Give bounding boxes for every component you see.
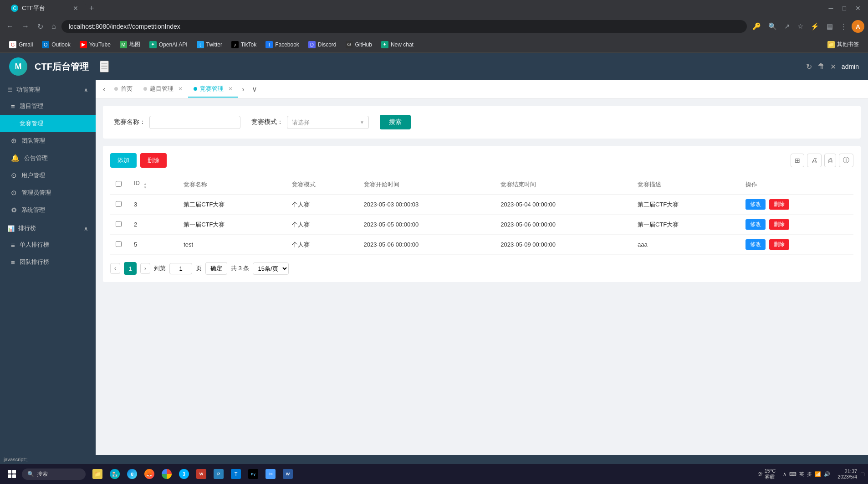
- minimize-button[interactable]: ─: [825, 3, 837, 14]
- extensions-icon[interactable]: ⚡: [808, 21, 822, 32]
- header-refresh-icon[interactable]: ↻: [806, 62, 812, 71]
- bookmark-openai[interactable]: ✦ OpenAI API: [146, 39, 191, 50]
- sidebar-item-user[interactable]: ⊙ 用户管理: [0, 167, 96, 184]
- taskbar-app-360[interactable]: 3: [176, 466, 192, 482]
- search-name-input[interactable]: [149, 116, 240, 129]
- bookmark-facebook[interactable]: f Facebook: [262, 39, 303, 50]
- row3-edit-button[interactable]: 修改: [745, 239, 766, 250]
- taskbar-app-firefox[interactable]: 🦊: [141, 466, 158, 482]
- new-tab-button[interactable]: +: [87, 2, 96, 15]
- bookmark-maps[interactable]: M 地图: [116, 39, 144, 50]
- sidebar-section-functions-header[interactable]: ☰ 功能管理 ∧: [0, 80, 96, 98]
- start-button[interactable]: [4, 466, 20, 482]
- sidebar-item-questions[interactable]: ≡ 题目管理: [0, 98, 96, 115]
- taskbar-app-word[interactable]: W: [280, 466, 296, 482]
- page-next-button[interactable]: ›: [140, 263, 150, 274]
- maps-label: 地图: [129, 41, 140, 48]
- sort-id-icon[interactable]: ▲▼: [143, 182, 147, 190]
- sidebar-item-system[interactable]: ⚙ 系统管理: [0, 201, 96, 219]
- sidebar-toggle-icon[interactable]: ▤: [824, 21, 836, 32]
- search-mode-select[interactable]: 请选择: [287, 116, 369, 129]
- sidebar-item-notice[interactable]: 🔔 公告管理: [0, 149, 96, 167]
- row2-delete-button[interactable]: 删除: [769, 219, 789, 230]
- row1-edit-button[interactable]: 修改: [745, 199, 766, 210]
- bookmark-twitter[interactable]: t Twitter: [193, 39, 226, 50]
- taskbar-search[interactable]: 🔍 搜索: [22, 469, 86, 480]
- taskbar-app-pycharm[interactable]: Py: [245, 466, 261, 482]
- page-confirm-button[interactable]: 确定: [205, 262, 227, 275]
- lang-pin-icon[interactable]: 拼: [807, 471, 812, 478]
- row3-delete-button[interactable]: 删除: [769, 239, 789, 250]
- bookmark-outlook[interactable]: O Outlook: [38, 39, 74, 50]
- header-trash-icon[interactable]: 🗑: [817, 62, 825, 71]
- row2-checkbox[interactable]: [116, 221, 122, 227]
- table-print2-icon[interactable]: ⎙: [824, 154, 836, 167]
- page-size-select[interactable]: 15条/页 30条/页 50条/页: [253, 263, 289, 275]
- refresh-button[interactable]: ↻: [35, 21, 46, 33]
- table-print-icon[interactable]: 🖨: [807, 154, 822, 167]
- bulk-delete-button[interactable]: 删除: [140, 153, 167, 168]
- tab-questions-close[interactable]: ✕: [178, 86, 183, 92]
- sidebar-item-admin[interactable]: ⊙ 管理员管理: [0, 184, 96, 201]
- header-menu-icon[interactable]: ☰: [100, 61, 109, 72]
- row1-checkbox[interactable]: [116, 201, 122, 207]
- bookmark-other[interactable]: 📁 其他书签: [824, 39, 863, 50]
- row2-edit-button[interactable]: 修改: [745, 219, 766, 230]
- browser-tab-active[interactable]: C CTF平台 ✕: [4, 1, 86, 15]
- bookmark-discord[interactable]: D Discord: [305, 39, 340, 50]
- forward-button[interactable]: →: [19, 21, 32, 32]
- taskbar-app-snipaste[interactable]: ✂: [262, 466, 279, 482]
- taskbar-app-files[interactable]: 📁: [89, 466, 106, 482]
- tab-home[interactable]: 首页: [109, 81, 138, 98]
- maximize-button[interactable]: □: [839, 3, 850, 14]
- tab-competition-close[interactable]: ✕: [228, 86, 233, 92]
- table-grid-icon[interactable]: ⊞: [791, 154, 804, 167]
- search-button[interactable]: 搜索: [380, 115, 411, 129]
- password-icon[interactable]: 🔑: [750, 21, 764, 32]
- tab-questions[interactable]: 题目管理 ✕: [138, 81, 188, 98]
- sidebar-item-solo-rank[interactable]: ≡ 单人排行榜: [0, 236, 96, 253]
- menu-icon[interactable]: ⋮: [837, 21, 850, 32]
- profile-button[interactable]: A: [852, 20, 864, 33]
- table-info-icon[interactable]: ⓘ: [839, 154, 853, 167]
- bookmark-gmail[interactable]: G Gmail: [5, 39, 36, 50]
- taskbar-app-wps2[interactable]: P: [210, 466, 227, 482]
- page-1-button[interactable]: 1: [124, 262, 137, 275]
- tabs-prev-button[interactable]: ‹: [99, 83, 109, 95]
- select-all-checkbox[interactable]: [116, 181, 122, 187]
- tabs-next-button[interactable]: ›: [238, 83, 248, 95]
- bookmark-tiktok[interactable]: ♪ TikTok: [228, 39, 260, 50]
- sidebar-item-team-rank[interactable]: ≡ 团队排行榜: [0, 253, 96, 271]
- taskbar-app-todo[interactable]: T: [228, 466, 244, 482]
- taskbar-app-wps[interactable]: W: [193, 466, 209, 482]
- bookmark-youtube[interactable]: ▶ YouTube: [76, 39, 114, 50]
- row3-checkbox[interactable]: [116, 241, 122, 247]
- tab-close-btn[interactable]: ✕: [73, 5, 78, 12]
- notification-icon[interactable]: □: [861, 471, 864, 478]
- tabs-dropdown-button[interactable]: ∨: [248, 83, 261, 95]
- tab-competition[interactable]: 竞赛管理 ✕: [188, 81, 238, 98]
- sidebar-section-rank-header[interactable]: 📊 排行榜 ∧: [0, 219, 96, 236]
- lang-zh-icon[interactable]: 英: [799, 471, 804, 478]
- home-button[interactable]: ⌂: [49, 21, 59, 32]
- sidebar-item-competition[interactable]: ○ 竞赛管理: [0, 115, 96, 132]
- bookmark-newchat[interactable]: ✦ New chat: [378, 39, 417, 50]
- bookmark-github[interactable]: ⊙ GitHub: [342, 39, 376, 50]
- sidebar-item-team[interactable]: ⊕ 团队管理: [0, 132, 96, 149]
- share-icon[interactable]: ↗: [781, 21, 793, 32]
- add-button[interactable]: 添加: [110, 153, 137, 168]
- taskbar-app-chrome[interactable]: [158, 466, 175, 482]
- zoom-icon[interactable]: 🔍: [766, 21, 780, 32]
- address-input[interactable]: [61, 20, 747, 33]
- page-goto-input[interactable]: [169, 263, 192, 274]
- close-button[interactable]: ✕: [852, 3, 864, 14]
- sys-expand-icon[interactable]: ∧: [783, 471, 786, 477]
- solo-rank-icon: ≡: [11, 241, 15, 249]
- taskbar-app-store[interactable]: 🏪: [107, 466, 123, 482]
- row1-delete-button[interactable]: 删除: [769, 199, 789, 210]
- page-prev-button[interactable]: ‹: [110, 263, 120, 274]
- back-button[interactable]: ←: [4, 21, 16, 32]
- header-close-icon[interactable]: ✕: [830, 62, 836, 71]
- bookmark-star-icon[interactable]: ☆: [795, 21, 806, 32]
- taskbar-app-edge[interactable]: e: [124, 466, 140, 482]
